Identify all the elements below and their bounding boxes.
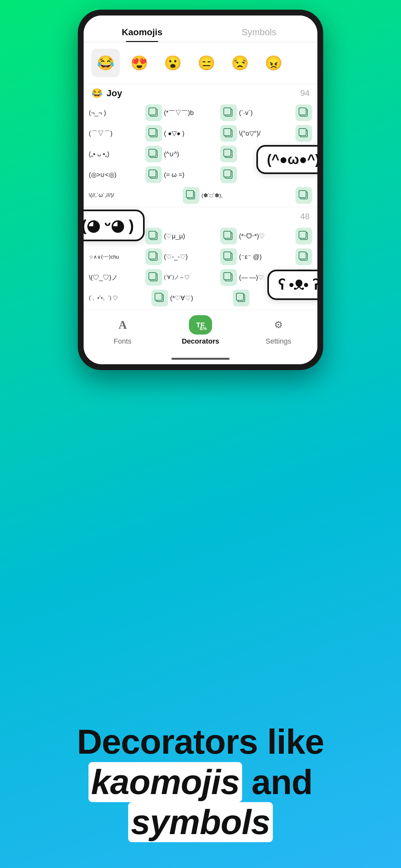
joy-section: 😂 Joy 94 (¬_¬ ) (*￣▽￣)b (`·v´)	[84, 84, 317, 207]
tab-kaomojis[interactable]: Kaomojis	[84, 22, 201, 42]
home-indicator	[172, 358, 229, 360]
decorators-nav-label: Decorators	[182, 337, 219, 345]
emoji-cat-unamused[interactable]: 😒	[226, 49, 254, 77]
fonts-icon-wrap: A	[111, 315, 134, 335]
kaomoji-item: (*￣▽￣)b	[164, 108, 219, 117]
joy-section-title: 😂 Joy	[91, 88, 122, 98]
nav-fonts[interactable]: A Fonts	[84, 315, 161, 345]
love-count: 48	[300, 212, 310, 221]
kaomoji-item: (⁻ε⁻ @)	[239, 253, 294, 260]
joy-emoji: 😂	[91, 88, 103, 98]
decorators-icon-wrap: TF &%	[189, 315, 212, 335]
copy-button[interactable]	[233, 290, 250, 306]
kaomoji-item: ( ●▽● )	[164, 129, 219, 137]
kaomoji-item: (♡-_-♡)	[164, 253, 219, 260]
svg-text:&%: &%	[199, 326, 207, 331]
copy-button[interactable]	[220, 166, 237, 183]
copy-button[interactable]	[296, 228, 312, 244]
copy-button[interactable]	[220, 125, 237, 142]
copy-button[interactable]	[220, 228, 237, 244]
kaomoji-item: (✽´□`✽),	[202, 192, 294, 199]
copy-button[interactable]	[151, 290, 168, 306]
emoji-cat-love[interactable]: 😍	[125, 49, 153, 77]
phone-frame: Kaomojis Symbols 😂 😍 😮 😑 😒 😠 😂	[78, 10, 323, 370]
kaomoji-item: („• ᴗ •„)	[89, 150, 143, 158]
kaomoji-highlight-1: (^●ω●^)	[256, 145, 317, 174]
kaomoji-item: (*ᵕᗜᵕ*)♡	[239, 232, 294, 240]
phone-screen: Kaomojis Symbols 😂 😍 😮 😑 😒 😠 😂	[84, 16, 317, 364]
table-row: \(//,´ω`,///)/ (✽´□`✽),	[89, 185, 312, 206]
svg-text:⚙: ⚙	[274, 319, 283, 330]
copy-button[interactable]	[145, 166, 162, 183]
decorators-icon: TF &%	[193, 319, 208, 331]
phone-container: Kaomojis Symbols 😂 😍 😮 😑 😒 😠 😂	[78, 10, 323, 370]
copy-button[interactable]	[145, 248, 162, 265]
kaomoji-item: (= ω =)	[164, 171, 219, 179]
emoji-cat-angry[interactable]: 😠	[259, 49, 288, 77]
kaomoji-item: \(°o▽°)/	[239, 129, 294, 137]
joy-section-header: 😂 Joy 94	[84, 84, 317, 101]
copy-button[interactable]	[145, 125, 162, 142]
copy-button[interactable]	[296, 248, 312, 265]
headline-line1: Decorators like	[26, 722, 375, 762]
kaomoji-item: (*♡∀♡)	[170, 294, 231, 302]
joy-count: 94	[300, 88, 310, 98]
emoji-cat-joy[interactable]: 😂	[91, 49, 120, 77]
copy-button[interactable]	[220, 146, 237, 162]
headline-line2: kaomojis and	[26, 762, 375, 802]
kaomoji-item: (◎>∪<◎)	[89, 171, 143, 179]
copy-button[interactable]	[145, 146, 162, 162]
kaomoji-item: (⌒▽⌒)	[89, 129, 143, 138]
kaomoji-item: (´∀`)ノ～♡	[164, 274, 219, 281]
copy-button[interactable]	[145, 269, 162, 286]
emoji-category-row: 😂 😍 😮 😑 😒 😠	[84, 42, 317, 84]
bottom-text-section: Decorators like kaomojis and symbols	[0, 702, 401, 868]
main-headline: Decorators like kaomojis and symbols	[26, 722, 375, 842]
kaomoji-item: (¬_¬ )	[89, 109, 143, 117]
kaomoji-highlight-2: (◕ ᵕ◕ )	[84, 210, 145, 241]
tabs-bar: Kaomojis Symbols	[84, 16, 317, 42]
copy-button[interactable]	[296, 104, 312, 121]
kaomoji-item: \(♡_♡)ノ	[89, 273, 143, 282]
settings-nav-label: Settings	[266, 337, 291, 345]
kaomoji-item: (´。•˘•。`) ♡	[89, 295, 150, 302]
copy-button[interactable]	[183, 187, 199, 204]
kaomoji-item: (♡μ_μ)	[164, 232, 219, 240]
kaomoji-highlight-3: ʕ •ᴥ• ʔ	[267, 270, 317, 300]
headline-line3: symbols	[26, 802, 375, 842]
copy-button[interactable]	[145, 228, 162, 244]
bottom-nav: A Fonts TF &% Decorators	[84, 310, 317, 354]
table-row: ☆∧∨(ᵕ˶ᵕ)chu (♡-_-♡) (⁻ε⁻ @)	[89, 246, 312, 267]
svg-text:A: A	[119, 318, 127, 331]
table-row: (⌒▽⌒) ( ●▽● ) \(°o▽°)/	[89, 123, 312, 144]
kaomoji-item: ☆∧∨(ᵕ˶ᵕ)chu	[89, 254, 143, 260]
tab-symbols[interactable]: Symbols	[201, 22, 317, 42]
copy-button[interactable]	[220, 269, 237, 286]
copy-button[interactable]	[220, 248, 237, 265]
kaomoji-item: \(//,´ω`,///)/	[89, 192, 181, 198]
settings-icon-wrap: ⚙	[267, 315, 290, 335]
kaomoji-item: (^∪^)	[164, 150, 219, 158]
nav-settings[interactable]: ⚙ Settings	[240, 315, 317, 345]
fonts-nav-label: Fonts	[114, 337, 131, 345]
headline-symbols-word: symbols	[128, 802, 273, 842]
headline-italic-word: kaomojis	[89, 762, 242, 802]
copy-button[interactable]	[296, 125, 312, 142]
settings-icon: ⚙	[272, 318, 285, 331]
emoji-cat-expressionless[interactable]: 😑	[192, 49, 220, 77]
copy-button[interactable]	[145, 104, 162, 121]
copy-button[interactable]	[220, 104, 237, 121]
fonts-icon: A	[116, 318, 129, 331]
copy-button[interactable]	[296, 187, 312, 204]
table-row: (¬_¬ ) (*￣▽￣)b (`·v´)	[89, 102, 312, 123]
nav-decorators[interactable]: TF &% Decorators	[161, 315, 239, 345]
kaomoji-item: (`·v´)	[239, 109, 294, 117]
emoji-cat-surprised[interactable]: 😮	[158, 49, 187, 77]
